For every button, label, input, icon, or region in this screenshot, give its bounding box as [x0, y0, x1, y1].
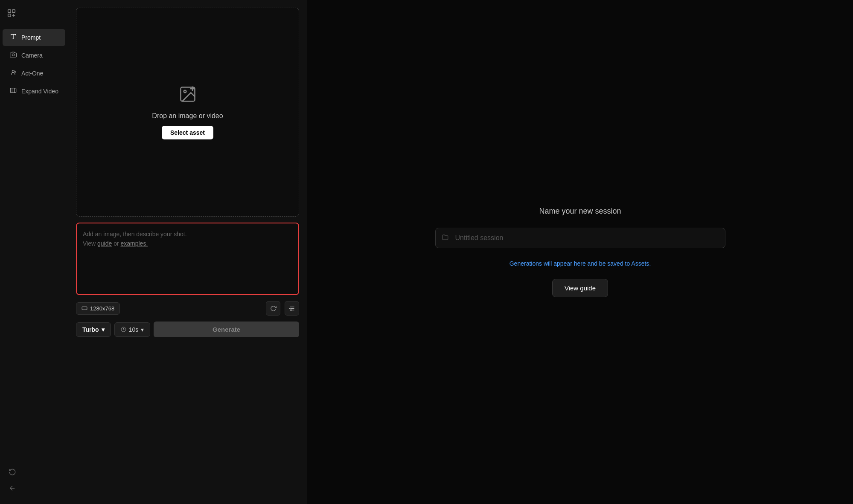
session-title: Name your new session [539, 207, 621, 216]
bottom-bar: 1280x768 [76, 301, 299, 316]
generations-hint: Generations will appear here and be save… [509, 260, 651, 267]
sidebar-item-label: Expand Video [21, 88, 58, 95]
sidebar-item-label: Camera [21, 52, 43, 59]
svg-point-16 [289, 308, 291, 309]
prompt-hint: Add an image, then describe your shot. V… [83, 229, 292, 249]
camera-icon [9, 51, 17, 60]
sidebar-item-camera[interactable]: Camera [3, 47, 65, 64]
time-button[interactable]: 10s ▾ [114, 322, 151, 337]
sidebar-item-label: Act-One [21, 70, 43, 77]
undo-icon[interactable] [7, 466, 61, 479]
svg-rect-12 [82, 307, 87, 310]
svg-rect-7 [10, 88, 16, 93]
collapse-icon[interactable] [7, 483, 61, 495]
turbo-chevron-icon: ▾ [102, 326, 105, 333]
generate-bar: Turbo ▾ 10s ▾ Generate [76, 322, 299, 337]
main-content: Name your new session Generations will a… [307, 0, 853, 504]
add-image-icon [178, 85, 197, 106]
svg-rect-1 [12, 10, 15, 12]
resolution-button[interactable]: 1280x768 [76, 302, 120, 315]
turbo-label: Turbo [82, 326, 99, 333]
refresh-button[interactable] [266, 301, 280, 316]
sidebar-bottom [0, 463, 68, 499]
sidebar-top [0, 5, 68, 29]
select-asset-button[interactable]: Select asset [162, 126, 213, 139]
expand-video-icon [9, 87, 17, 96]
svg-rect-2 [8, 14, 11, 17]
sidebar: Prompt Camera Act-One Expand Vid [0, 0, 68, 504]
drop-text: Drop an image or video [152, 112, 223, 120]
svg-point-17 [290, 310, 291, 311]
time-chevron-icon: ▾ [141, 326, 144, 333]
grid-icon[interactable] [7, 9, 61, 20]
resolution-label: 1280x768 [90, 305, 114, 312]
settings-button[interactable] [285, 301, 299, 316]
sidebar-item-expand-video[interactable]: Expand Video [3, 83, 65, 100]
svg-rect-0 [8, 10, 11, 12]
prompt-area[interactable]: Add an image, then describe your shot. V… [76, 223, 299, 295]
guide-link[interactable]: guide [97, 240, 112, 247]
left-panel: Drop an image or video Select asset Add … [68, 0, 307, 504]
turbo-button[interactable]: Turbo ▾ [76, 322, 111, 337]
examples-link[interactable]: examples. [120, 240, 148, 247]
sidebar-item-prompt[interactable]: Prompt [3, 29, 65, 46]
folder-icon [442, 234, 448, 242]
session-name-input[interactable] [435, 228, 725, 248]
svg-point-9 [183, 90, 186, 93]
act-one-icon [9, 69, 17, 78]
svg-point-5 [12, 54, 14, 56]
time-label: 10s [129, 326, 139, 333]
session-input-wrapper [435, 228, 725, 248]
sidebar-item-label: Prompt [21, 34, 41, 41]
sidebar-item-act-one[interactable]: Act-One [3, 65, 65, 82]
view-guide-button[interactable]: View guide [552, 279, 608, 297]
svg-point-6 [12, 70, 14, 72]
drop-zone[interactable]: Drop an image or video Select asset [76, 8, 299, 217]
text-icon [9, 33, 17, 42]
generate-button[interactable]: Generate [154, 322, 299, 337]
